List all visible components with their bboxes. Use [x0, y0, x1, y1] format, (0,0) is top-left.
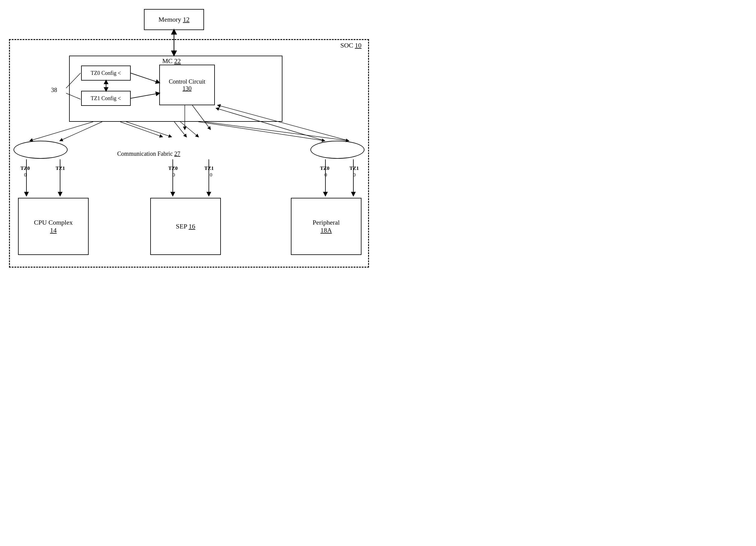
memory-box: Memory 12: [144, 9, 204, 30]
tz1-label-mid: TZ1: [204, 165, 214, 171]
ellipse-left: [14, 141, 68, 159]
sep-box: SEP 16: [150, 198, 221, 255]
mc-label: MC 22: [162, 57, 181, 65]
label-38: 38: [51, 87, 57, 93]
tz1-val-right: 0: [353, 172, 356, 178]
soc-label: SOC 10: [340, 41, 361, 49]
tz1-val-mid: 0: [210, 172, 212, 178]
tz1-label-right: TZ1: [349, 165, 359, 171]
memory-label: Memory 12: [158, 16, 189, 23]
diagram-container: Memory 12 SOC 10 MC 22 TZ0 Config < TZ1 …: [0, 0, 378, 273]
comm-fabric-label: Communication Fabric 27: [117, 150, 180, 157]
tz0-config-box: TZ0 Config <: [81, 66, 131, 81]
cpu-complex-box: CPU Complex 14: [18, 198, 89, 255]
tz0-label-right: TZ0: [320, 165, 329, 171]
tz0-val-mid: 0: [172, 172, 175, 178]
tz0-label-mid: TZ0: [168, 165, 178, 171]
tz0-val-right: 0: [325, 172, 327, 178]
tz0-val-left: 0: [24, 172, 27, 178]
control-circuit-box: Control Circuit 130: [159, 65, 215, 105]
tz1-label-left: TZ1: [56, 165, 65, 171]
tz1-config-box: TZ1 Config <: [81, 91, 131, 106]
ellipse-right: [310, 141, 364, 159]
tz0-label-left: TZ0: [20, 165, 30, 171]
peripheral-box: Peripheral 18A: [291, 198, 361, 255]
